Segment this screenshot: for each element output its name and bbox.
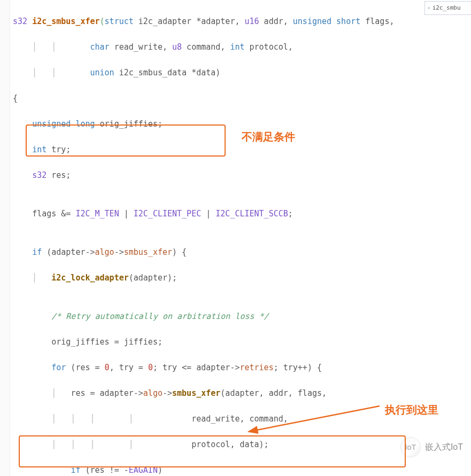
code-line: if (adapter->algo->smbus_xfer) { — [10, 246, 471, 259]
code-line: │ │ │ │ read_write, command, — [10, 412, 471, 425]
watermark: IoT 嵌入式IoT — [400, 437, 463, 457]
chevron-right-icon: › — [427, 3, 431, 13]
code-line: │ res = adapter->algo->smbus_xfer(adapte… — [10, 387, 471, 400]
code-line: s32 i2c_smbus_xfer(struct i2c_adapter *a… — [10, 15, 471, 28]
code-line: s32 res; — [10, 169, 471, 182]
code-line: │ │ char read_write, u8 command, int pro… — [10, 41, 471, 53]
code-line: │ i2c_lock_adapter(adapter); — [10, 271, 471, 284]
code-line: /* Retry automatically on arbitration lo… — [10, 310, 471, 323]
code-line: for (res = 0, try = 0; try <= adapter->r… — [10, 361, 471, 374]
code-line: int try; — [10, 143, 471, 156]
code-line: if (res != -EAGAIN) — [10, 464, 471, 476]
code-line: │ │ union i2c_smbus_data *data) — [10, 66, 471, 79]
code-line: { — [10, 92, 471, 105]
code-editor[interactable]: s32 i2c_smbus_xfer(struct i2c_adapter *a… — [0, 0, 471, 476]
breadcrumb[interactable]: › i2c_smbu — [424, 1, 471, 15]
breadcrumb-label: i2c_smbu — [433, 3, 461, 13]
watermark-text: 嵌入式IoT — [425, 440, 463, 454]
code-line: unsigned long orig_jiffies; — [10, 118, 471, 130]
code-line: flags &= I2C_M_TEN | I2C_CLIENT_PEC | I2… — [10, 207, 471, 220]
code-line: orig_jiffies = jiffies; — [10, 335, 471, 348]
watermark-logo-icon: IoT — [400, 437, 421, 457]
